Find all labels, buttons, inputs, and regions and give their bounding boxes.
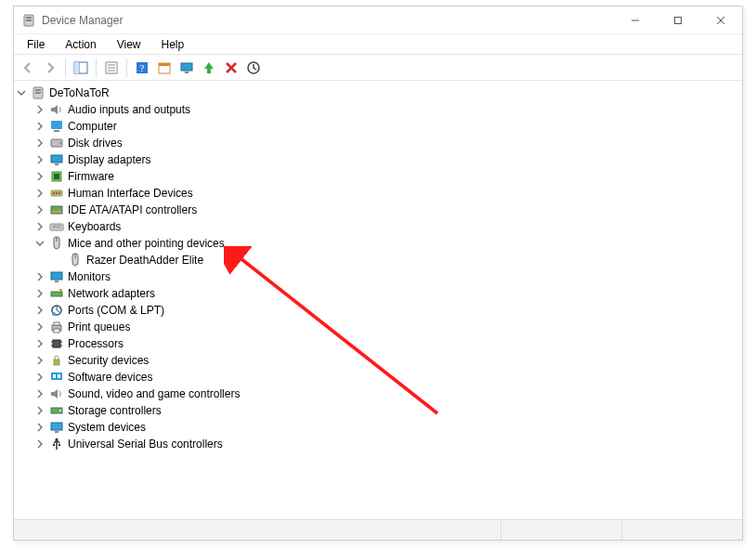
titlebar[interactable]: Device Manager: [14, 7, 742, 34]
device-category[interactable]: Display adapters: [34, 151, 740, 168]
device-category[interactable]: Monitors: [34, 268, 740, 285]
toolbar-delete[interactable]: [221, 58, 241, 78]
network-icon: [49, 286, 64, 301]
chevron-right-icon[interactable]: [34, 388, 46, 399]
device-label: Print queues: [68, 320, 130, 333]
device-category[interactable]: IDE ATA/ATAPI controllers: [34, 202, 740, 218]
device-label: System devices: [68, 421, 146, 434]
device-category[interactable]: Audio inputs and outputs: [34, 101, 740, 118]
toolbar-back[interactable]: [18, 58, 38, 78]
device-label: Universal Serial Bus controllers: [68, 438, 223, 451]
device-tree-pane[interactable]: DeToNaToRAudio inputs and outputsCompute…: [14, 81, 742, 519]
window-title: Device Manager: [42, 14, 123, 27]
chevron-right-icon[interactable]: [34, 288, 46, 299]
minimize-button[interactable]: [614, 7, 657, 34]
device-category[interactable]: Computer: [34, 118, 740, 135]
statusbar: [14, 519, 742, 540]
device-label: Storage controllers: [68, 404, 162, 417]
toolbar-action[interactable]: [154, 58, 175, 78]
device-label: Sound, video and game controllers: [68, 387, 240, 400]
mouse-icon: [49, 236, 64, 251]
menu-view[interactable]: View: [110, 36, 149, 53]
device-category[interactable]: Disk drives: [34, 135, 740, 151]
device-label: DeToNaToR: [49, 86, 110, 99]
monitor-icon: [49, 269, 64, 284]
audio-icon: [49, 386, 64, 401]
device-label: Processors: [68, 337, 124, 350]
device-label: Disk drives: [68, 137, 123, 150]
chevron-down-icon[interactable]: [34, 238, 46, 249]
chevron-right-icon[interactable]: [34, 422, 46, 433]
menu-action[interactable]: Action: [58, 36, 103, 53]
menu-help[interactable]: Help: [154, 36, 192, 53]
device-category[interactable]: Sound, video and game controllers: [34, 386, 740, 402]
keyboard-icon: [49, 219, 64, 234]
chevron-right-icon[interactable]: [34, 355, 46, 366]
device-category[interactable]: Human Interface Devices: [34, 185, 740, 202]
device-label: IDE ATA/ATAPI controllers: [68, 203, 197, 216]
device-label: Audio inputs and outputs: [68, 103, 190, 116]
chevron-right-icon[interactable]: [34, 221, 46, 232]
close-button[interactable]: [699, 7, 742, 34]
device-category[interactable]: Keyboards: [34, 218, 740, 235]
device-label: Razer DeathAdder Elite: [86, 254, 203, 267]
chevron-right-icon[interactable]: [34, 204, 46, 216]
device-category[interactable]: DeToNaToR: [16, 85, 740, 101]
hid-icon: [49, 186, 64, 201]
computer-icon: [49, 119, 64, 134]
device-label: Firmware: [68, 170, 114, 183]
toolbar-forward[interactable]: [40, 58, 60, 78]
chevron-right-icon[interactable]: [34, 171, 46, 182]
toolbar-console-tree[interactable]: [71, 58, 91, 78]
menu-file[interactable]: File: [20, 36, 52, 53]
firmware-icon: [49, 169, 64, 184]
device-category[interactable]: Storage controllers: [34, 402, 740, 419]
printer-icon: [49, 320, 64, 334]
maximize-button[interactable]: [657, 7, 699, 34]
toolbar-properties[interactable]: [101, 58, 122, 78]
audio-icon: [49, 102, 64, 117]
device-category[interactable]: Processors: [34, 335, 740, 352]
software-icon: [49, 370, 64, 385]
chevron-right-icon[interactable]: [34, 321, 46, 333]
chevron-right-icon[interactable]: [34, 154, 46, 165]
chevron-right-icon[interactable]: [34, 305, 46, 316]
device-label: Computer: [68, 120, 117, 133]
device-category[interactable]: Software devices: [34, 369, 740, 386]
chevron-right-icon[interactable]: [34, 372, 46, 383]
chevron-right-icon[interactable]: [34, 104, 46, 115]
device-label: Mice and other pointing devices: [68, 237, 225, 250]
chevron-right-icon[interactable]: [34, 338, 46, 349]
device-category[interactable]: Mice and other pointing devices: [34, 235, 740, 252]
device-category[interactable]: Ports (COM & LPT): [34, 302, 740, 319]
device-category[interactable]: Network adapters: [34, 285, 740, 302]
ide-icon: [49, 203, 64, 217]
device-category[interactable]: Print queues: [34, 319, 740, 335]
toolbar-uninstall[interactable]: [199, 58, 219, 78]
disk-icon: [49, 136, 64, 150]
device-item[interactable]: Razer DeathAdder Elite: [53, 252, 740, 268]
chevron-right-icon[interactable]: [34, 137, 46, 149]
device-label: Network adapters: [68, 287, 155, 300]
device-category[interactable]: Firmware: [34, 168, 740, 185]
usb-icon: [49, 437, 64, 451]
chevron-right-icon[interactable]: [34, 405, 46, 416]
device-label: Security devices: [68, 354, 149, 367]
toolbar-scan[interactable]: [243, 58, 264, 78]
toolbar-help[interactable]: [132, 58, 152, 78]
chevron-right-icon[interactable]: [34, 188, 46, 199]
root-icon: [31, 85, 46, 100]
chevron-right-icon[interactable]: [34, 271, 46, 282]
chevron-down-icon[interactable]: [16, 87, 27, 98]
app-icon: [21, 13, 36, 28]
storage-icon: [49, 403, 64, 418]
toolbar-update[interactable]: [176, 58, 197, 78]
device-category[interactable]: Universal Serial Bus controllers: [34, 436, 740, 452]
device-category[interactable]: Security devices: [34, 352, 740, 369]
menubar: File Action View Help: [14, 34, 742, 55]
device-category[interactable]: System devices: [34, 419, 740, 436]
chevron-right-icon[interactable]: [34, 438, 46, 450]
chevron-right-icon[interactable]: [34, 121, 46, 132]
toolbar: [14, 55, 742, 81]
device-label: Software devices: [68, 371, 152, 384]
